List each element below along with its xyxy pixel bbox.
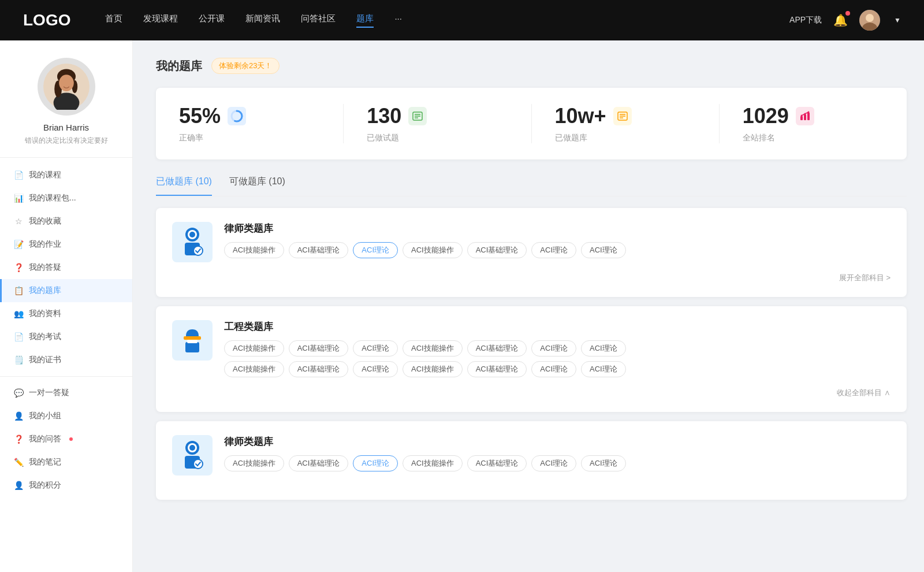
profile-avatar bbox=[38, 58, 95, 116]
tag-1b-0[interactable]: ACI技能操作 bbox=[224, 361, 284, 377]
tag-1b-5[interactable]: ACI理论 bbox=[531, 361, 576, 377]
tag-0-5[interactable]: ACI理论 bbox=[531, 242, 576, 258]
tag-2-5[interactable]: ACI理论 bbox=[531, 455, 576, 471]
tag-0-3[interactable]: ACI技能操作 bbox=[403, 242, 463, 258]
main-nav: 首页 发现课程 公开课 新闻资讯 问答社区 题库 ··· bbox=[105, 13, 789, 28]
tag-1-6[interactable]: ACI理论 bbox=[581, 340, 626, 356]
star-icon: ☆ bbox=[14, 217, 23, 226]
svg-point-38 bbox=[193, 459, 203, 469]
tag-2-4[interactable]: ACI基础理论 bbox=[467, 455, 527, 471]
tag-1-2[interactable]: ACI理论 bbox=[353, 340, 398, 356]
tag-1b-4[interactable]: ACI基础理论 bbox=[467, 361, 527, 377]
tag-0-2[interactable]: ACI理论 bbox=[353, 242, 398, 258]
layout: Brian Harris 错误的决定比没有决定要好 📄 我的课程 📊 我的课程包… bbox=[0, 40, 924, 572]
svg-point-24 bbox=[804, 113, 806, 115]
tag-0-4[interactable]: ACI基础理论 bbox=[467, 242, 527, 258]
tag-2-6[interactable]: ACI理论 bbox=[581, 455, 626, 471]
stat-banks-top: 10w+ bbox=[555, 104, 632, 128]
1on1-icon: 💬 bbox=[14, 388, 23, 398]
svg-point-23 bbox=[800, 115, 802, 117]
svg-rect-31 bbox=[184, 336, 201, 340]
accuracy-icon bbox=[228, 107, 246, 125]
tab-available-banks[interactable]: 可做题库 (10) bbox=[229, 176, 285, 196]
qbank-info-0: 律师类题库 ACI技能操作 ACI基础理论 ACI理论 ACI技能操作 ACI基… bbox=[224, 222, 891, 258]
stat-done-banks: 10w+ 已做题库 bbox=[532, 104, 720, 143]
nav-more[interactable]: ··· bbox=[394, 13, 402, 28]
tag-1b-2[interactable]: ACI理论 bbox=[353, 361, 398, 377]
avatar-dropdown-arrow[interactable]: ▼ bbox=[894, 16, 901, 24]
tag-0-6[interactable]: ACI理论 bbox=[581, 242, 626, 258]
tag-2-3[interactable]: ACI技能操作 bbox=[403, 455, 463, 471]
sidebar-item-myqa[interactable]: ❓ 我的问答 bbox=[0, 428, 132, 451]
header: LOGO 首页 发现课程 公开课 新闻资讯 问答社区 题库 ··· APP下载 … bbox=[0, 0, 924, 40]
tag-1-1[interactable]: ACI基础理论 bbox=[289, 340, 349, 356]
sidebar-item-notes[interactable]: ✏️ 我的笔记 bbox=[0, 451, 132, 474]
svg-point-1 bbox=[866, 14, 874, 22]
sidebar-label-homework: 我的作业 bbox=[29, 239, 61, 250]
svg-rect-32 bbox=[185, 342, 199, 352]
divider-1 bbox=[0, 376, 132, 377]
stat-accuracy-label: 正确率 bbox=[179, 133, 203, 143]
nav-discover[interactable]: 发现课程 bbox=[143, 13, 178, 28]
tag-1-0[interactable]: ACI技能操作 bbox=[224, 340, 284, 356]
sidebar-item-qa[interactable]: ❓ 我的答疑 bbox=[0, 256, 132, 279]
sidebar-item-qbank[interactable]: 📋 我的题库 bbox=[0, 279, 132, 302]
sidebar-item-cert[interactable]: 🗒️ 我的证书 bbox=[0, 348, 132, 372]
tag-2-2[interactable]: ACI理论 bbox=[353, 455, 398, 471]
stat-done-top: 130 bbox=[367, 104, 427, 128]
group-icon: 👤 bbox=[14, 411, 23, 421]
homework-icon: 📝 bbox=[14, 240, 23, 249]
sidebar-item-group[interactable]: 👤 我的小组 bbox=[0, 404, 132, 428]
notification-bell[interactable]: 🔔 bbox=[833, 13, 848, 27]
nav-qa[interactable]: 问答社区 bbox=[301, 13, 336, 28]
profile-motto: 错误的决定比没有决定要好 bbox=[12, 136, 121, 146]
tag-0-0[interactable]: ACI技能操作 bbox=[224, 242, 284, 258]
sidebar-item-coursepack[interactable]: 📊 我的课程包... bbox=[0, 187, 132, 210]
collapse-link-1[interactable]: 收起全部科目 ∧ bbox=[172, 388, 891, 398]
stat-ranking: 1029 全站排名 bbox=[720, 104, 907, 143]
tag-1-4[interactable]: ACI基础理论 bbox=[467, 340, 527, 356]
nav-home[interactable]: 首页 bbox=[105, 13, 122, 28]
stats-bar: 55% 正确率 130 bbox=[156, 88, 907, 159]
sidebar-item-profile[interactable]: 👥 我的资料 bbox=[0, 302, 132, 325]
app-download[interactable]: APP下载 bbox=[789, 15, 822, 25]
tag-1-5[interactable]: ACI理论 bbox=[531, 340, 576, 356]
tag-1b-1[interactable]: ACI基础理论 bbox=[289, 361, 349, 377]
tag-1b-3[interactable]: ACI技能操作 bbox=[403, 361, 463, 377]
qbank-name-2: 律师类题库 bbox=[224, 435, 891, 448]
sidebar-item-favorites[interactable]: ☆ 我的收藏 bbox=[0, 210, 132, 233]
page-title: 我的题库 bbox=[156, 58, 202, 74]
nav-opencourse[interactable]: 公开课 bbox=[199, 13, 225, 28]
expand-link-0[interactable]: 展开全部科目 > bbox=[172, 273, 891, 283]
main-content: 我的题库 体验剩余23天！ 55% 正确率 13 bbox=[133, 40, 924, 572]
points-icon: 👤 bbox=[14, 481, 23, 490]
logo[interactable]: LOGO bbox=[23, 11, 70, 29]
tag-1-3[interactable]: ACI技能操作 bbox=[403, 340, 463, 356]
sidebar-item-1on1[interactable]: 💬 一对一答疑 bbox=[0, 381, 132, 404]
svg-rect-22 bbox=[807, 113, 810, 120]
sidebar-item-points[interactable]: 👤 我的积分 bbox=[0, 474, 132, 497]
svg-point-37 bbox=[189, 445, 195, 451]
sidebar-label-course: 我的课程 bbox=[29, 170, 61, 180]
stat-ranking-top: 1029 bbox=[743, 104, 814, 128]
tag-2-0[interactable]: ACI技能操作 bbox=[224, 455, 284, 471]
qbank-card-1: 工程类题库 ACI技能操作 ACI基础理论 ACI理论 ACI技能操作 ACI基… bbox=[156, 306, 907, 412]
sidebar-item-course[interactable]: 📄 我的课程 bbox=[0, 164, 132, 187]
profile-name: Brian Harris bbox=[12, 122, 121, 132]
tag-1b-6[interactable]: ACI理论 bbox=[581, 361, 626, 377]
qbank-card-0: 律师类题库 ACI技能操作 ACI基础理论 ACI理论 ACI技能操作 ACI基… bbox=[156, 208, 907, 297]
sidebar-label-cert: 我的证书 bbox=[29, 355, 61, 365]
tags-row-1b: ACI技能操作 ACI基础理论 ACI理论 ACI技能操作 ACI基础理论 AC… bbox=[224, 361, 891, 377]
nav-qbank[interactable]: 题库 bbox=[356, 13, 374, 28]
tab-done-banks[interactable]: 已做题库 (10) bbox=[156, 176, 212, 196]
tag-0-1[interactable]: ACI基础理论 bbox=[289, 242, 349, 258]
sidebar-item-exam[interactable]: 📄 我的考试 bbox=[0, 325, 132, 348]
tag-2-1[interactable]: ACI基础理论 bbox=[289, 455, 349, 471]
sidebar-item-homework[interactable]: 📝 我的作业 bbox=[0, 233, 132, 256]
course-icon: 📄 bbox=[14, 170, 23, 180]
exam-icon: 📄 bbox=[14, 332, 23, 341]
qbank-header-0: 律师类题库 ACI技能操作 ACI基础理论 ACI理论 ACI技能操作 ACI基… bbox=[172, 222, 891, 262]
avatar[interactable] bbox=[859, 10, 880, 31]
bell-badge bbox=[845, 11, 850, 16]
nav-news[interactable]: 新闻资讯 bbox=[245, 13, 280, 28]
